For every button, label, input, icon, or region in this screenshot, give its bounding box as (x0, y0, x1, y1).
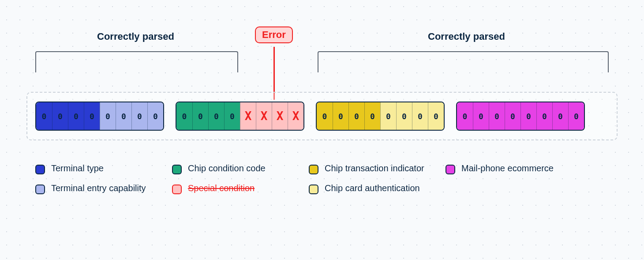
byte-cell: 0 (333, 102, 348, 130)
error-cell: X (256, 102, 272, 130)
error-cell: X (288, 102, 303, 130)
legend-swatch (35, 165, 45, 174)
legend-label: Chip card authentication (325, 183, 420, 193)
byte-cell: 0 (552, 102, 568, 130)
top-labels: Correctly parsed Error Correctly parsed (0, 31, 644, 44)
legend-label: Chip transaction indicator (325, 163, 424, 173)
byte-container: 000000000000XXXX0000000000000000 (26, 92, 618, 140)
legend-label: Mail-phone ecommerce (461, 163, 554, 173)
byte-group: 00000000 (316, 102, 445, 131)
legend-item: Special condition (172, 183, 304, 194)
byte-cell: 0 (428, 102, 444, 130)
legend-swatch (172, 185, 182, 194)
byte-cell: 0 (568, 102, 584, 130)
byte-cell: 0 (100, 102, 116, 130)
byte-cell: 0 (147, 102, 163, 130)
right-bracket (318, 51, 609, 72)
legend-item: Mail-phone ecommerce (446, 163, 578, 174)
legend-col-4: Mail-phone ecommerce (446, 163, 578, 194)
byte-cell: 0 (224, 102, 240, 130)
byte-cell: 0 (116, 102, 131, 130)
byte-cell: 0 (536, 102, 552, 130)
legend-item: Chip condition code (172, 163, 304, 174)
left-bracket (35, 51, 238, 72)
legend-swatch (35, 185, 45, 194)
legend-label: Chip condition code (188, 163, 266, 173)
legend-item: Terminal entry capability (35, 183, 168, 194)
legend-col-3: Chip transaction indicatorChip card auth… (309, 163, 441, 194)
byte-cell: 0 (317, 102, 333, 130)
byte-cell: 0 (505, 102, 520, 130)
byte-cell: 0 (192, 102, 208, 130)
error-badge: Error (255, 26, 293, 43)
legend-label: Terminal entry capability (51, 183, 146, 193)
legend-item: Terminal type (35, 163, 168, 174)
legend-label: Special condition (188, 183, 255, 193)
byte-cell: 0 (489, 102, 505, 130)
byte-cell: 0 (396, 102, 412, 130)
byte-cell: 0 (520, 102, 536, 130)
legend-swatch (309, 185, 318, 194)
legend-item: Chip card authentication (309, 183, 441, 194)
left-range-label: Correctly parsed (97, 31, 174, 42)
byte-group: 0000XXXX (176, 102, 304, 131)
byte-cell: 0 (176, 102, 192, 130)
legend: Terminal typeTerminal entry capability C… (35, 163, 618, 194)
byte-cell: 0 (364, 102, 380, 130)
byte-group: 00000000 (35, 102, 164, 131)
legend-swatch (446, 165, 455, 174)
right-range-label: Correctly parsed (428, 31, 505, 42)
legend-col-2: Chip condition codeSpecial condition (172, 163, 304, 194)
legend-item: Chip transaction indicator (309, 163, 441, 174)
byte-cell: 0 (380, 102, 396, 130)
byte-cell: 0 (348, 102, 364, 130)
byte-cell: 0 (473, 102, 489, 130)
byte-cell: 0 (131, 102, 147, 130)
legend-swatch (309, 165, 318, 174)
byte-cell: 0 (208, 102, 224, 130)
error-cell: X (272, 102, 288, 130)
legend-label: Terminal type (51, 163, 104, 173)
byte-group: 00000000 (456, 102, 585, 131)
byte-cell: 0 (412, 102, 428, 130)
byte-cell: 0 (52, 102, 68, 130)
byte-cell: 0 (457, 102, 473, 130)
legend-swatch (172, 165, 182, 174)
error-cell: X (240, 102, 256, 130)
byte-cell: 0 (68, 102, 84, 130)
legend-col-1: Terminal typeTerminal entry capability (35, 163, 168, 194)
byte-cell: 0 (84, 102, 100, 130)
byte-cell: 0 (36, 102, 52, 130)
